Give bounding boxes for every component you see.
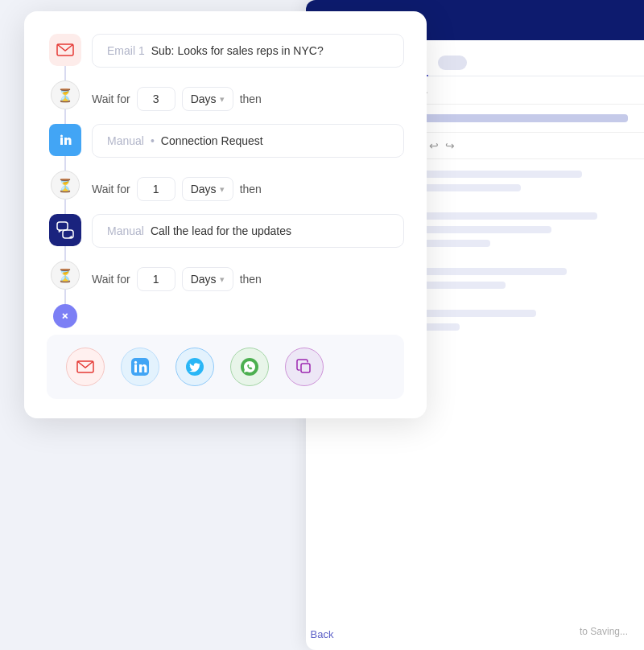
add-step-row: + (47, 304, 404, 328)
timeline-line-4 (64, 200, 66, 214)
linkedin-dot: • (151, 134, 155, 147)
timeline-line-2 (64, 109, 66, 124)
timeline-line-3 (64, 156, 66, 171)
email1-step-box[interactable]: Email 1 Sub: Looks for sales reps in NYC… (92, 34, 404, 68)
tab-toggle (438, 56, 467, 70)
wait1-input[interactable]: 3 (137, 87, 175, 111)
timeline-left-email1 (47, 34, 84, 80)
timeline-left-wait3: ⏳ (47, 261, 84, 304)
add-step-button[interactable]: + (53, 304, 77, 328)
add-whatsapp-button[interactable] (230, 348, 269, 386)
hourglass-icon-1: ⏳ (51, 80, 80, 109)
timeline-line-5 (64, 246, 66, 261)
linkedin-content: Manual • Connection Request (92, 124, 404, 158)
linkedin-step-icon[interactable] (49, 124, 81, 156)
wait2-row: Wait for 1 Days ▾ then (92, 171, 404, 208)
step-phone: Manual Call the lead for the updates (47, 214, 404, 261)
svg-rect-4 (57, 222, 68, 230)
wait3-then: then (240, 273, 262, 286)
phone-step-icon[interactable] (49, 214, 81, 246)
wait1-label: Wait for (92, 93, 130, 105)
wait3-unit: Days (191, 273, 217, 286)
undo-icon[interactable]: ↩ (429, 139, 439, 152)
add-email-button[interactable] (66, 348, 105, 386)
wait1-then: then (240, 93, 262, 105)
close-icon: + (57, 308, 72, 323)
phone-label: Call the lead for the updates (151, 224, 291, 237)
add-copy-button[interactable] (285, 348, 324, 386)
wait3-content: Wait for 1 Days ▾ then (92, 261, 404, 298)
workflow-card: Email 1 Sub: Looks for sales reps in NYC… (24, 11, 427, 418)
wait2-content: Wait for 1 Days ▾ then (92, 171, 404, 208)
wait2-unit: Days (191, 183, 217, 195)
wait1-content: Wait for 3 Days ▾ then (92, 80, 404, 117)
wait2-label: Wait for (92, 183, 130, 195)
wait1-chevron-icon: ▾ (220, 94, 225, 105)
timeline-line-1 (64, 66, 66, 80)
svg-point-3 (60, 135, 63, 138)
wait3-input[interactable]: 1 (137, 267, 175, 291)
svg-rect-2 (60, 138, 63, 145)
svg-point-9 (134, 361, 137, 364)
back-link[interactable]: Back (311, 628, 334, 640)
timeline-left-linkedin (47, 124, 84, 171)
wait1-dropdown[interactable]: Days ▾ (182, 87, 233, 111)
redo-icon[interactable]: ↪ (445, 139, 455, 152)
timeline-line-6 (64, 290, 66, 304)
saving-status: to Saving... (580, 626, 628, 637)
linkedin-step-box[interactable]: Manual • Connection Request (92, 124, 404, 158)
timeline-left-wait1: ⏳ (47, 80, 84, 124)
timeline-left-phone (47, 214, 84, 261)
phone-step-box[interactable]: Manual Call the lead for the updates (92, 214, 404, 248)
wait2-chevron-icon: ▾ (220, 184, 225, 195)
wait3-chevron-icon: ▾ (220, 274, 225, 285)
add-linkedin-button[interactable] (121, 348, 159, 386)
add-twitter-button[interactable] (175, 348, 214, 386)
svg-rect-8 (134, 364, 137, 372)
email-step-icon[interactable] (49, 34, 81, 66)
linkedin-label: Connection Request (161, 134, 263, 147)
phone-content: Manual Call the lead for the updates (92, 214, 404, 248)
wait1-unit: Days (191, 93, 217, 105)
linkedin-prefix: Manual (107, 134, 144, 147)
wait3-row: Wait for 1 Days ▾ then (92, 261, 404, 298)
hourglass-icon-2: ⏳ (51, 171, 80, 200)
email1-content: Email 1 Sub: Looks for sales reps in NYC… (92, 34, 404, 68)
wait3-dropdown[interactable]: Days ▾ (182, 267, 233, 291)
wait2-input[interactable]: 1 (137, 177, 175, 201)
svg-rect-12 (301, 364, 310, 372)
wait-row-2: ⏳ Wait for 1 Days ▾ then (47, 171, 404, 214)
wait3-label: Wait for (92, 273, 130, 286)
wait-row-1: ⏳ Wait for 3 Days ▾ then (47, 80, 404, 124)
wait2-dropdown[interactable]: Days ▾ (182, 177, 233, 201)
phone-prefix: Manual (107, 224, 144, 237)
action-icons-area (47, 335, 404, 399)
wait2-then: then (240, 183, 262, 195)
email1-subject: Sub: Looks for sales reps in NYC? (151, 44, 324, 57)
hourglass-icon-3: ⏳ (51, 261, 80, 290)
wait-row-3: ⏳ Wait for 1 Days ▾ then (47, 261, 404, 304)
timeline-left-add: + (47, 304, 84, 328)
step-email1: Email 1 Sub: Looks for sales reps in NYC… (47, 34, 404, 80)
timeline: Email 1 Sub: Looks for sales reps in NYC… (47, 34, 404, 328)
email1-prefix: Email 1 (107, 44, 145, 57)
timeline-left-wait2: ⏳ (47, 171, 84, 214)
step-linkedin: Manual • Connection Request (47, 124, 404, 171)
wait1-row: Wait for 3 Days ▾ then (92, 80, 404, 117)
